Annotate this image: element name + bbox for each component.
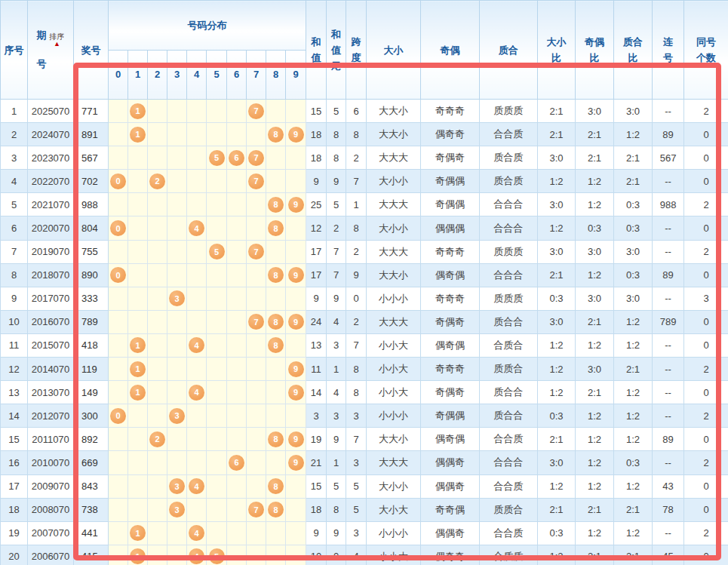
- cell-sum: 25: [306, 193, 327, 216]
- number-ball-9: 9: [288, 127, 304, 143]
- cell-parity-ratio: 1:2: [576, 474, 614, 498]
- cell-digit-3: [167, 545, 187, 565]
- cell-prime: 质质质: [480, 240, 538, 263]
- cell-index: 13: [1, 381, 28, 404]
- cell-digit-8: 8: [266, 310, 286, 333]
- cell-digit-2: [148, 474, 167, 498]
- cell-same-count: 0: [684, 123, 728, 146]
- cell-size: 大大大: [367, 146, 421, 170]
- cell-span: 3: [346, 521, 367, 545]
- cell-winning-number: 755: [74, 240, 109, 263]
- cell-digit-0: [109, 333, 128, 357]
- cell-sum: 11: [306, 358, 327, 381]
- cell-digit-0: [109, 358, 128, 381]
- cell-parity-ratio: 2:1: [576, 545, 614, 565]
- number-ball-4: 4: [189, 548, 204, 564]
- cell-size: 小小大: [367, 545, 421, 565]
- cell-same-count: 0: [684, 428, 728, 451]
- cell-digit-1: [128, 474, 148, 498]
- cell-digit-8: [266, 451, 286, 474]
- cell-sum-tail: 1: [327, 451, 346, 474]
- cell-issue: 2022070: [28, 170, 74, 193]
- cell-digit-1: 1: [128, 545, 148, 565]
- number-ball-8: 8: [268, 220, 284, 236]
- cell-size-ratio: 0:3: [538, 287, 576, 310]
- cell-digit-5: [207, 333, 227, 357]
- number-ball-9: 9: [288, 385, 304, 401]
- cell-digit-7: [247, 287, 266, 310]
- cell-issue: 2015070: [28, 333, 74, 357]
- cell-sum-tail: 8: [327, 123, 346, 146]
- sort-control[interactable]: 排序 ▲: [50, 32, 65, 48]
- cell-digit-7: 7: [247, 240, 266, 263]
- cell-sum: 12: [306, 216, 327, 240]
- table-row: 2020060704151451004小小大偶奇奇合质质1:22:12:1450: [1, 545, 728, 565]
- cell-digit-9: [286, 170, 306, 193]
- cell-winning-number: 738: [74, 498, 109, 521]
- cell-index: 20: [1, 545, 28, 565]
- cell-issue: 2013070: [28, 381, 74, 404]
- number-ball-3: 3: [169, 478, 185, 494]
- cell-digit-2: [148, 498, 167, 521]
- cell-parity-ratio: 2:1: [576, 310, 614, 333]
- cell-digit-8: [266, 521, 286, 545]
- cell-winning-number: 149: [74, 381, 109, 404]
- cell-digit-9: [286, 545, 306, 565]
- cell-digit-9: 9: [286, 123, 306, 146]
- cell-digit-6: [227, 358, 247, 381]
- cell-same-count: 2: [684, 521, 728, 545]
- number-ball-5: 5: [209, 244, 225, 259]
- cell-digit-8: [266, 100, 286, 123]
- cell-parity: 奇偶偶: [421, 404, 480, 428]
- cell-digit-2: [148, 123, 167, 146]
- cell-prime: 合合质: [480, 428, 538, 451]
- cell-sum-tail: 9: [327, 428, 346, 451]
- cell-index: 17: [1, 474, 28, 498]
- cell-digit-6: [227, 263, 247, 287]
- cell-sum-tail: 7: [327, 240, 346, 263]
- cell-digit-0: [109, 287, 128, 310]
- col-header-same-count: 同号 个数: [684, 1, 728, 100]
- cell-digit-6: [227, 333, 247, 357]
- cell-digit-4: [187, 100, 207, 123]
- cell-digit-8: 8: [266, 474, 286, 498]
- cell-digit-3: 3: [167, 287, 187, 310]
- number-ball-0: 0: [110, 173, 126, 189]
- cell-issue: 2018070: [28, 263, 74, 287]
- cell-digit-6: [227, 521, 247, 545]
- cell-digit-0: 0: [109, 216, 128, 240]
- cell-winning-number: 441: [74, 521, 109, 545]
- cell-digit-3: [167, 123, 187, 146]
- cell-sum: 9: [306, 170, 327, 193]
- number-ball-9: 9: [288, 314, 304, 330]
- cell-digit-7: 7: [247, 100, 266, 123]
- cell-prime-ratio: 3:0: [614, 100, 653, 123]
- cell-consecutive: 988: [653, 193, 684, 216]
- cell-digit-4: [187, 146, 207, 170]
- cell-digit-6: [227, 287, 247, 310]
- number-ball-8: 8: [268, 267, 284, 283]
- col-header-parity-ratio: 奇偶 比: [576, 1, 614, 100]
- cell-prime-ratio: 1:2: [614, 521, 653, 545]
- cell-consecutive: 45: [653, 545, 684, 565]
- cell-sum: 10: [306, 545, 327, 565]
- cell-digit-2: [148, 381, 167, 404]
- cell-prime-ratio: 0:3: [614, 193, 653, 216]
- number-ball-3: 3: [169, 408, 185, 424]
- cell-size-ratio: 2:1: [538, 100, 576, 123]
- cell-span: 6: [346, 100, 367, 123]
- cell-size: 大大大: [367, 240, 421, 263]
- cell-parity: 奇偶奇: [421, 310, 480, 333]
- cell-span: 7: [346, 170, 367, 193]
- cell-digit-1: [128, 170, 148, 193]
- cell-digit-3: [167, 240, 187, 263]
- cell-size-ratio: 1:2: [538, 545, 576, 565]
- cell-winning-number: 567: [74, 146, 109, 170]
- cell-prime: 合合质: [480, 123, 538, 146]
- cell-size-ratio: 1:2: [538, 333, 576, 357]
- cell-digit-1: [128, 451, 148, 474]
- cell-winning-number: 988: [74, 193, 109, 216]
- cell-sum-tail: 3: [327, 404, 346, 428]
- cell-digit-7: 7: [247, 498, 266, 521]
- cell-digit-2: [148, 100, 167, 123]
